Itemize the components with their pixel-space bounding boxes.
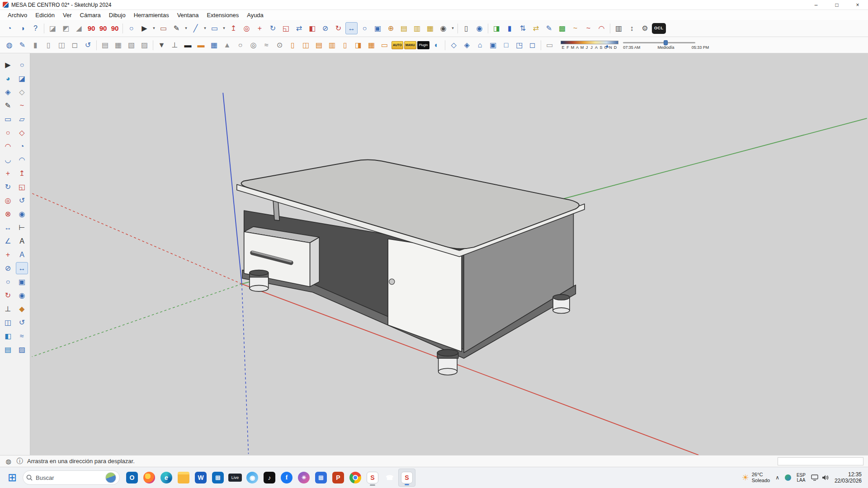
render-icon[interactable]: ◨ — [491, 22, 503, 34]
offset-icon[interactable]: ◎ — [241, 22, 253, 34]
info-icon[interactable]: ⓘ — [16, 457, 24, 465]
month-m[interactable]: M — [580, 45, 585, 50]
roof-icon[interactable]: ⌂ — [474, 39, 486, 51]
hinge-icon[interactable]: ◫ — [300, 39, 312, 51]
stand-icon[interactable]: ⊥ — [169, 39, 181, 51]
style-sphere-icon[interactable]: ◔ — [3, 22, 15, 34]
drawer-icon[interactable]: ▭ — [378, 39, 391, 51]
layer-style2-icon[interactable]: ▥ — [411, 22, 423, 34]
measurements-box[interactable] — [778, 457, 863, 465]
circle-icon[interactable]: ○ — [2, 127, 14, 139]
offset-icon[interactable]: ◎ — [2, 194, 14, 206]
plugin-badge[interactable]: Plugin — [417, 41, 429, 49]
sketchup-doc-icon[interactable]: S — [364, 469, 381, 487]
zoom-lens-icon[interactable]: ○ — [125, 22, 137, 34]
pencil-icon[interactable]: ✎ — [170, 22, 183, 34]
outlook-icon[interactable]: O — [123, 469, 141, 487]
manu-badge[interactable]: MANU — [404, 41, 416, 49]
freehand-icon[interactable]: ~ — [16, 99, 28, 112]
panel-dark-icon[interactable]: ▧ — [125, 39, 137, 51]
pin-icon[interactable]: ▼ — [156, 39, 168, 51]
paint-icon[interactable]: ◧ — [306, 22, 318, 34]
protractor-icon[interactable]: ∠ — [2, 235, 14, 247]
rotate-icon[interactable]: ↻ — [2, 181, 14, 193]
styles-icon[interactable]: ▨ — [16, 343, 28, 356]
month-s[interactable]: S — [599, 45, 604, 50]
line-icon[interactable]: ✎ — [2, 99, 14, 112]
ring-icon[interactable]: ○ — [234, 39, 246, 51]
close-button[interactable]: × — [847, 0, 868, 9]
zoom-icon[interactable]: ○ — [359, 22, 371, 34]
frame-icon[interactable]: ◻ — [69, 39, 81, 51]
sort-desc-icon[interactable]: ⇄ — [530, 22, 542, 34]
model-viewport[interactable] — [30, 53, 868, 455]
whatsapp-icon[interactable]: ☎ — [381, 469, 398, 487]
month-f[interactable]: F — [566, 45, 571, 50]
intersect-icon[interactable]: ⊗ — [2, 208, 14, 220]
sketchup-active-icon[interactable]: S — [398, 469, 415, 487]
orbit-icon[interactable]: ↻ — [332, 22, 344, 34]
maximize-button[interactable]: □ — [826, 0, 847, 9]
chamfer-icon[interactable]: ◢ — [73, 22, 85, 34]
month-e[interactable]: E — [561, 45, 566, 50]
layers-icon[interactable]: ▤ — [2, 343, 14, 356]
polygon-icon[interactable]: ◇ — [16, 127, 28, 139]
columns-icon[interactable]: ▥ — [613, 22, 625, 34]
eraser-icon[interactable]: ▭ — [157, 22, 170, 34]
menu-item-ayuda[interactable]: Ayuda — [243, 11, 268, 19]
spring-icon[interactable]: ≈ — [260, 39, 273, 51]
pie-icon[interactable]: ◔ — [16, 140, 28, 152]
box-dashed-icon[interactable]: ◻ — [526, 39, 538, 51]
walk-icon[interactable]: ⊥ — [2, 303, 14, 315]
volume-icon[interactable] — [822, 474, 829, 481]
zoom-extents-icon[interactable]: ◫ — [2, 316, 14, 328]
folder-icon[interactable] — [175, 469, 192, 487]
help-icon[interactable]: ? — [29, 22, 42, 34]
text3d-icon[interactable]: A — [16, 249, 28, 261]
display-icon[interactable] — [811, 474, 818, 481]
angle-value-2[interactable]: 90 — [98, 22, 108, 34]
screen-dark-icon[interactable]: ▬ — [182, 39, 194, 51]
zoom-window-icon[interactable]: ▣ — [372, 22, 384, 34]
sectionplane-icon[interactable]: ⊘ — [2, 262, 14, 274]
dimension-icon[interactable]: ⊢ — [16, 221, 28, 234]
barrel-icon[interactable]: ▮ — [29, 39, 42, 51]
flip-icon[interactable]: ⇄ — [293, 22, 305, 34]
scale-icon[interactable]: ◱ — [280, 22, 292, 34]
rotated-rectangle-icon[interactable]: ▱ — [16, 113, 28, 125]
scale-icon[interactable]: ◱ — [16, 181, 28, 193]
move-icon[interactable]: + — [254, 22, 266, 34]
freehand-select-icon[interactable]: ○ — [16, 59, 28, 71]
photos-icon[interactable]: ◉ — [244, 469, 261, 487]
box-wire-icon[interactable]: ◇ — [448, 39, 460, 51]
boxes-icon[interactable]: ▣ — [487, 39, 499, 51]
style-half-icon[interactable]: ◑ — [16, 22, 28, 34]
drawer-side[interactable] — [310, 237, 319, 286]
settings-gear-icon[interactable]: ⚙ — [639, 22, 651, 34]
style-circle-icon[interactable]: ◍ — [3, 39, 15, 51]
dropdown-caret[interactable]: ▾ — [151, 22, 156, 34]
menu-item-camara[interactable]: Cámara — [76, 11, 105, 19]
month-d[interactable]: D — [613, 45, 618, 50]
door-knob[interactable] — [389, 279, 395, 284]
look-around-icon[interactable]: ◉ — [16, 289, 28, 301]
mug-icon[interactable]: ◨ — [352, 39, 364, 51]
facebook-icon[interactable]: f — [278, 469, 295, 487]
edge-icon[interactable]: e — [158, 469, 175, 487]
tape-icon[interactable]: ↔ — [2, 221, 14, 234]
layer-style-icon[interactable]: ▤ — [398, 22, 410, 34]
green-display-icon[interactable]: ▩ — [556, 22, 568, 34]
minimize-button[interactable]: – — [806, 0, 826, 9]
angle-value-3[interactable]: 90 — [109, 22, 120, 34]
chrome-icon[interactable] — [347, 469, 364, 487]
dropdown-caret[interactable]: ▾ — [184, 22, 189, 34]
undo-arc-icon[interactable]: ↺ — [82, 39, 94, 51]
live-badge[interactable]: Live — [226, 469, 244, 487]
clock[interactable]: 12:35 22/03/2026 — [835, 471, 862, 484]
valve-icon[interactable]: ⊙ — [274, 39, 286, 51]
section-icon[interactable]: ⊘ — [319, 22, 331, 34]
cylinder-icon[interactable]: ▯ — [42, 39, 55, 51]
shelf-icon[interactable]: ▤ — [313, 39, 325, 51]
arc3-icon[interactable]: ◠ — [16, 154, 28, 166]
fog-icon[interactable]: ≈ — [16, 330, 28, 342]
